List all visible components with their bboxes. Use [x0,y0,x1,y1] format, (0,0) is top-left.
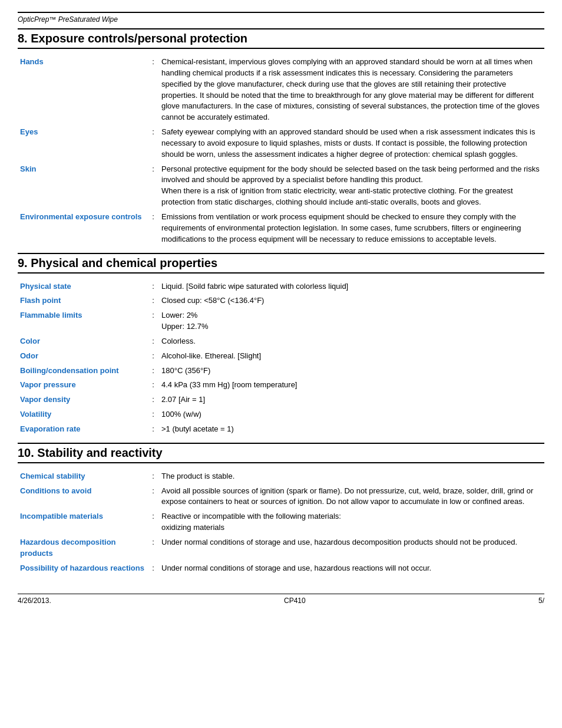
prop-label: Boiling/condensation point [18,364,147,378]
prop-label: Hazardous decomposition products [18,535,147,561]
prop-colon: : [147,364,159,378]
table-row: Chemical stability:The product is stable… [18,469,544,484]
prop-colon: : [147,308,159,334]
prop-value: Liquid. [Soild fabric wipe saturated wit… [159,279,544,294]
table-row: Odor:Alcohol-like. Ethereal. [Slight] [18,349,544,364]
prop-label: Vapor density [18,393,147,407]
prop-value: The product is stable. [159,469,544,484]
prop-colon: : [147,422,159,437]
prop-value: 2.07 [Air = 1] [159,393,544,407]
section-8: 8. Exposure controls/personal protection… [18,28,544,247]
prop-colon: : [147,378,159,393]
prop-colon: : [147,349,159,364]
prop-value: Avoid all possible sources of ignition (… [159,484,544,510]
prop-colon: : [147,469,159,484]
footer-page: 5/ [538,597,544,605]
prop-label: Evaporation rate [18,422,147,437]
table-row: Environmental exposure controls:Emission… [18,210,544,247]
table-row: Flash point:Closed cup: <58°C (<136.4°F) [18,294,544,308]
section-9-title: 9. Physical and chemical properties [18,253,544,274]
section-9-table: Physical state:Liquid. [Soild fabric wip… [18,279,544,437]
prop-label: Flammable limits [18,308,147,334]
section-10-title: 10. Stability and reactivity [18,443,544,463]
prop-value: Reactive or incompatible with the follow… [159,509,544,535]
table-row: Conditions to avoid:Avoid all possible s… [18,484,544,510]
footer: 4/26/2013. CP410 5/ [18,594,544,605]
section-8-table: Hands:Chemical-resistant, impervious glo… [18,55,544,247]
prop-colon: : [147,55,159,125]
prop-value: Safety eyewear complying with an approve… [159,125,544,162]
prop-value: Lower: 2%Upper: 12.7% [159,308,544,334]
prop-value: 100% (w/w) [159,407,544,422]
prop-label: Eyes [18,125,147,162]
prop-colon: : [147,407,159,422]
prop-label: Hands [18,55,147,125]
table-row: Volatility:100% (w/w) [18,407,544,422]
prop-value: Personal protective equipment for the bo… [159,162,544,210]
section-8-title: 8. Exposure controls/personal protection [18,28,544,49]
prop-colon: : [147,561,159,576]
prop-value: Emissions from ventilation or work proce… [159,210,544,247]
prop-label: Incompatible materials [18,509,147,535]
table-row: Color:Colorless. [18,334,544,349]
table-row: Flammable limits:Lower: 2%Upper: 12.7% [18,308,544,334]
prop-value: Chemical-resistant, impervious gloves co… [159,55,544,125]
prop-colon: : [147,162,159,210]
prop-value: Colorless. [159,334,544,349]
prop-colon: : [147,484,159,510]
section-10: 10. Stability and reactivity Chemical st… [18,443,544,576]
product-name: OpticPrep™ PreSaturated Wipe [18,15,118,24]
prop-colon: : [147,393,159,407]
prop-label: Volatility [18,407,147,422]
prop-colon: : [147,334,159,349]
table-row: Eyes:Safety eyewear complying with an ap… [18,125,544,162]
prop-label: Environmental exposure controls [18,210,147,247]
prop-colon: : [147,535,159,561]
footer-code: CP410 [284,597,306,605]
prop-colon: : [147,125,159,162]
prop-label: Possibility of hazardous reactions [18,561,147,576]
prop-value: Under normal conditions of storage and u… [159,561,544,576]
section-9: 9. Physical and chemical properties Phys… [18,253,544,437]
prop-value: >1 (butyl acetate = 1) [159,422,544,437]
prop-colon: : [147,210,159,247]
prop-label: Odor [18,349,147,364]
prop-value: 4.4 kPa (33 mm Hg) [room temperature] [159,378,544,393]
prop-value: Under normal conditions of storage and u… [159,535,544,561]
prop-value: Closed cup: <58°C (<136.4°F) [159,294,544,308]
table-row: Hands:Chemical-resistant, impervious glo… [18,55,544,125]
table-row: Boiling/condensation point:180°C (356°F) [18,364,544,378]
prop-value: 180°C (356°F) [159,364,544,378]
prop-colon: : [147,279,159,294]
table-row: Evaporation rate:>1 (butyl acetate = 1) [18,422,544,437]
footer-date: 4/26/2013. [18,597,51,605]
prop-colon: : [147,509,159,535]
prop-label: Skin [18,162,147,210]
prop-label: Conditions to avoid [18,484,147,510]
prop-colon: : [147,294,159,308]
prop-label: Chemical stability [18,469,147,484]
prop-label: Vapor pressure [18,378,147,393]
prop-label: Flash point [18,294,147,308]
prop-label: Color [18,334,147,349]
table-row: Vapor pressure:4.4 kPa (33 mm Hg) [room … [18,378,544,393]
doc-header: OpticPrep™ PreSaturated Wipe [18,12,544,24]
table-row: Physical state:Liquid. [Soild fabric wip… [18,279,544,294]
prop-value: Alcohol-like. Ethereal. [Slight] [159,349,544,364]
table-row: Hazardous decomposition products:Under n… [18,535,544,561]
table-row: Possibility of hazardous reactions:Under… [18,561,544,576]
table-row: Vapor density:2.07 [Air = 1] [18,393,544,407]
table-row: Incompatible materials:Reactive or incom… [18,509,544,535]
section-10-table: Chemical stability:The product is stable… [18,469,544,576]
table-row: Skin:Personal protective equipment for t… [18,162,544,210]
prop-label: Physical state [18,279,147,294]
